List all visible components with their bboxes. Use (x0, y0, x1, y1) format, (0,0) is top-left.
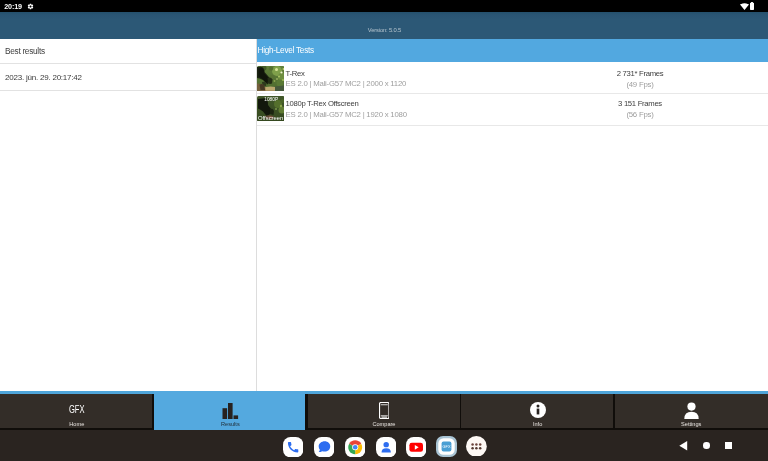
svg-text:Offscreen: Offscreen (257, 115, 282, 121)
svg-text:1080P: 1080P (264, 96, 278, 101)
svg-text:GFX: GFX (442, 445, 450, 449)
